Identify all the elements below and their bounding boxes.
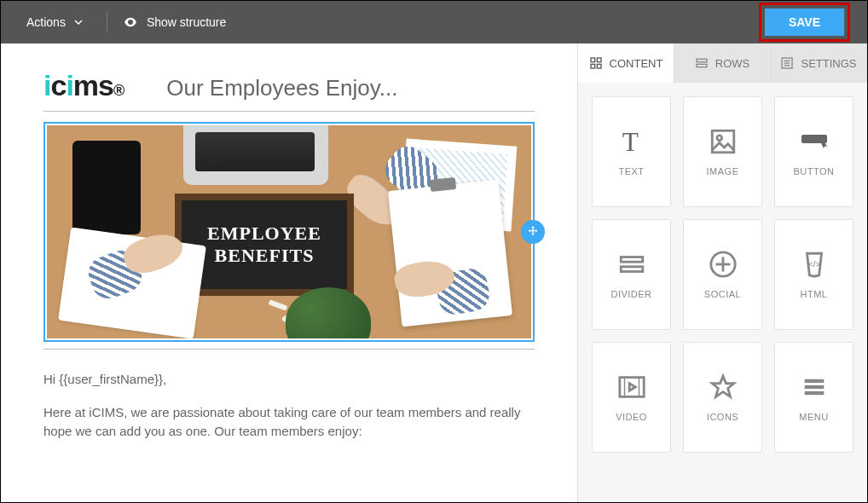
move-icon: [526, 225, 540, 239]
button-icon: [800, 127, 829, 156]
menu-icon: [800, 373, 829, 402]
email-canvas[interactable]: icims® Our Employees Enjoy... EMPLOYEE B…: [1, 43, 577, 502]
tile-social[interactable]: SOCIAL: [683, 219, 762, 330]
social-icon: [709, 250, 738, 279]
tile-video[interactable]: VIDEO: [592, 342, 671, 453]
svg-point-0: [129, 21, 131, 24]
svg-rect-16: [621, 267, 643, 272]
svg-rect-15: [621, 257, 643, 263]
text-icon: T: [617, 127, 646, 156]
move-handle[interactable]: [521, 220, 545, 244]
selected-image-block[interactable]: EMPLOYEE BENEFITS: [43, 122, 535, 342]
svg-point-13: [716, 136, 721, 141]
sidebar: CONTENT ROWS SETTINGS T TEXT IM: [577, 43, 867, 502]
video-icon: [617, 373, 646, 402]
svg-rect-6: [697, 64, 707, 66]
content-tiles: T TEXT IMAGE BUTTON DIVIDER SOCIAL: [578, 83, 867, 502]
save-button[interactable]: SAVE: [765, 9, 844, 36]
tile-html[interactable]: </> HTML: [774, 219, 854, 330]
divider-line-2: [43, 349, 535, 350]
tab-rows-label: ROWS: [715, 57, 749, 70]
tile-menu-label: MENU: [799, 412, 828, 422]
chevron-down-icon: [74, 18, 83, 26]
hero-text-line1: EMPLOYEE: [207, 223, 321, 245]
tab-settings-label: SETTINGS: [801, 57, 856, 70]
tab-rows[interactable]: ROWS: [674, 43, 771, 83]
headline-text: Our Employees Enjoy...: [166, 75, 397, 101]
svg-rect-12: [712, 130, 734, 153]
image-icon: [709, 127, 738, 156]
star-icon: [709, 373, 738, 402]
save-highlight: SAVE: [759, 3, 850, 42]
greeting-text: Hi {{user_firstName}},: [43, 370, 535, 390]
settings-icon: [780, 56, 794, 70]
tile-text-label: TEXT: [618, 166, 644, 176]
tile-icons-label: ICONS: [707, 412, 738, 422]
actions-label: Actions: [26, 15, 66, 29]
show-structure-label: Show structure: [147, 15, 226, 29]
tab-content[interactable]: CONTENT: [578, 43, 674, 83]
eye-icon: [123, 14, 138, 30]
divider-line: [43, 111, 535, 112]
tab-settings[interactable]: SETTINGS: [771, 43, 867, 83]
header-row: icims® Our Employees Enjoy...: [43, 69, 535, 102]
svg-rect-5: [697, 59, 707, 61]
html-icon: </>: [800, 250, 829, 279]
svg-rect-21: [619, 378, 643, 397]
svg-rect-4: [597, 64, 601, 68]
sidebar-tabs: CONTENT ROWS SETTINGS: [578, 43, 867, 83]
tile-divider-label: DIVIDER: [610, 289, 651, 299]
tile-button-label: BUTTON: [793, 166, 834, 176]
body-text-block[interactable]: Hi {{user_firstName}}, Here at iCIMS, we…: [43, 370, 535, 442]
grid-icon: [589, 56, 603, 70]
rows-icon: [695, 56, 709, 70]
divider-icon: [617, 250, 646, 279]
tile-video-label: VIDEO: [616, 412, 647, 422]
intro-paragraph: Here at iCIMS, we are passionate about t…: [43, 403, 535, 442]
tile-image-label: IMAGE: [707, 166, 739, 176]
tile-icons[interactable]: ICONS: [683, 342, 762, 453]
tile-image[interactable]: IMAGE: [683, 96, 762, 207]
tile-menu[interactable]: MENU: [774, 342, 854, 453]
tile-text[interactable]: T TEXT: [592, 96, 671, 207]
actions-dropdown[interactable]: Actions: [18, 10, 91, 34]
tile-divider[interactable]: DIVIDER: [592, 219, 671, 330]
tile-html-label: HTML: [801, 289, 828, 299]
show-structure-button[interactable]: Show structure: [123, 14, 226, 30]
svg-rect-1: [591, 58, 595, 62]
svg-rect-3: [591, 64, 595, 68]
toolbar-divider: [107, 12, 107, 32]
brand-logo: icims®: [43, 69, 124, 102]
svg-text:T: T: [622, 127, 638, 156]
editor-body: icims® Our Employees Enjoy... EMPLOYEE B…: [1, 43, 867, 502]
tab-content-label: CONTENT: [610, 57, 663, 70]
svg-text:</>: </>: [807, 259, 820, 269]
app-root: Actions Show structure SAVE icims® Our E…: [0, 0, 868, 503]
tile-button[interactable]: BUTTON: [774, 96, 854, 207]
svg-rect-2: [597, 58, 601, 62]
tile-social-label: SOCIAL: [704, 289, 741, 299]
hero-text-line2: BENEFITS: [215, 245, 315, 267]
top-toolbar: Actions Show structure SAVE: [1, 1, 867, 43]
hero-image: EMPLOYEE BENEFITS: [47, 125, 531, 338]
